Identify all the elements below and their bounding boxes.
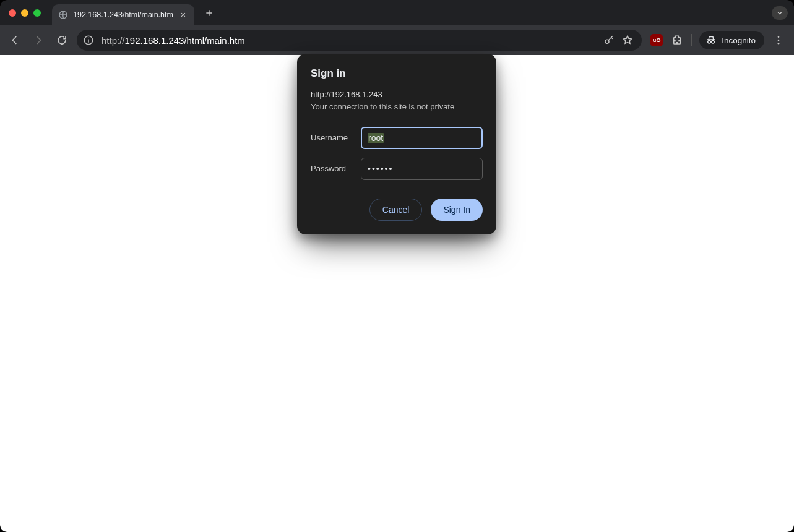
http-auth-dialog: Sign in http://192.168.1.243 Your connec… (297, 54, 496, 234)
url-text: http://192.168.1.243/html/main.htm (101, 35, 596, 46)
username-input[interactable] (361, 127, 483, 149)
address-bar[interactable]: http://192.168.1.243/html/main.htm (77, 30, 642, 51)
incognito-indicator[interactable]: Incognito (699, 31, 764, 49)
dialog-title: Sign in (311, 67, 483, 80)
back-button[interactable] (6, 32, 24, 49)
close-tab-button[interactable] (178, 10, 188, 20)
window-minimize-button[interactable] (21, 9, 28, 17)
browser-tab[interactable]: 192.168.1.243/html/main.htm (52, 4, 194, 25)
new-tab-button[interactable] (201, 4, 218, 22)
password-row: Password (311, 158, 483, 180)
tab-search-button[interactable] (772, 6, 788, 20)
svg-point-3 (88, 38, 89, 39)
globe-icon (58, 10, 68, 20)
svg-point-9 (778, 43, 780, 45)
forward-button[interactable] (30, 32, 47, 49)
page-content: Sign in http://192.168.1.243 Your connec… (0, 55, 794, 532)
svg-point-7 (778, 36, 780, 38)
reload-button[interactable] (53, 32, 71, 49)
traffic-lights (9, 9, 41, 17)
url-scheme: http:// (101, 35, 125, 46)
svg-point-6 (712, 40, 715, 43)
svg-point-5 (708, 40, 711, 43)
svg-point-4 (605, 40, 609, 43)
dialog-warning: Your connection to this site is not priv… (311, 101, 483, 113)
tab-title: 192.168.1.243/html/main.htm (73, 11, 173, 19)
username-label: Username (311, 133, 352, 142)
bookmark-star-icon[interactable] (622, 35, 633, 46)
password-input[interactable] (361, 158, 483, 180)
url-path: 192.168.1.243/html/main.htm (125, 35, 245, 46)
window-close-button[interactable] (9, 9, 16, 17)
window-titlebar: 192.168.1.243/html/main.htm (0, 0, 794, 25)
sign-in-button[interactable]: Sign In (431, 199, 483, 221)
extensions-icon[interactable] (670, 33, 684, 47)
dialog-origin: http://192.168.1.243 (311, 88, 483, 101)
browser-menu-button[interactable] (772, 33, 785, 47)
ublock-extension-icon[interactable]: uO (650, 34, 663, 46)
browser-toolbar: http://192.168.1.243/html/main.htm uO In… (0, 25, 794, 55)
username-row: Username root (311, 127, 483, 149)
cancel-button[interactable]: Cancel (369, 199, 423, 221)
window-zoom-button[interactable] (33, 9, 41, 17)
toolbar-right-icons: uO Incognito (648, 31, 788, 49)
site-info-icon[interactable] (83, 35, 94, 46)
incognito-icon (706, 34, 717, 47)
incognito-label: Incognito (722, 36, 756, 45)
svg-point-8 (778, 40, 780, 41)
toolbar-separator (691, 34, 692, 46)
password-label: Password (311, 164, 352, 173)
password-key-icon[interactable] (603, 35, 615, 46)
dialog-actions: Cancel Sign In (311, 199, 483, 221)
